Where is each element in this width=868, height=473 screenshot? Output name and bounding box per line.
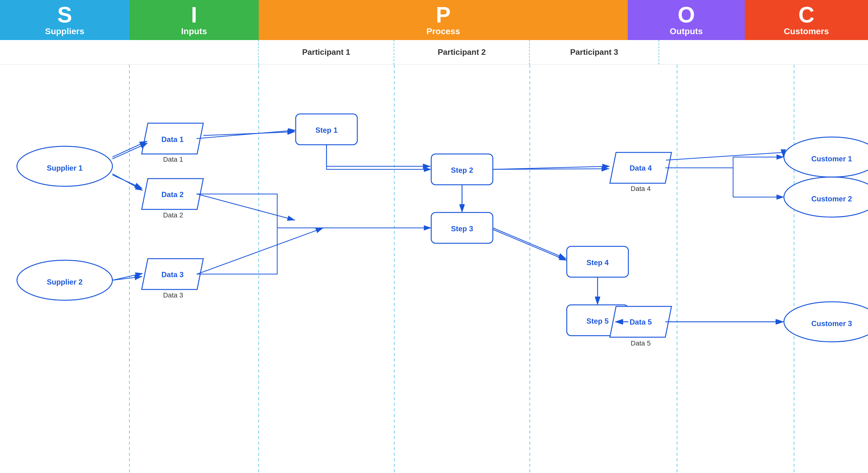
svg-rect-14 [431,154,493,185]
svg-line-33 [493,228,566,259]
header-s-letter: S [57,4,72,26]
data1-label: Data 1 [163,156,183,163]
svg-line-27 [197,194,295,220]
customer3-label: Customer 3 [811,319,852,328]
supplier1-label: Supplier 1 [47,164,83,172]
data1-shape: Data 1 [161,135,184,144]
step4-label: Step 4 [586,258,609,267]
svg-marker-11 [142,179,203,210]
header-customers: C Customers [745,0,868,40]
step3-label: Step 3 [451,224,473,233]
data4-label: Data 4 [631,185,651,192]
header-c-label: Customers [784,27,829,36]
svg-line-26 [203,132,295,135]
svg-line-54 [113,174,142,190]
svg-line-24 [113,175,142,188]
participant-spacer [0,40,259,64]
svg-rect-13 [296,114,357,145]
header-p-label: Process [427,27,460,36]
svg-rect-16 [567,246,628,277]
participant-rest [659,40,868,64]
header-o-label: Outputs [670,27,703,36]
svg-point-8 [17,146,113,186]
data4-shape: Data 4 [629,164,652,172]
step2-label: Step 2 [451,166,473,174]
header-outputs: O Outputs [628,0,745,40]
svg-marker-19 [610,306,672,337]
header-inputs: I Inputs [129,0,259,40]
data3-label: Data 3 [163,291,183,299]
participant-2: Participant 2 [394,40,530,64]
customer2-label: Customer 2 [811,195,852,203]
svg-rect-17 [567,305,628,336]
header-o-letter: O [678,4,695,26]
data2-shape: Data 2 [161,190,184,199]
data5-label: Data 5 [631,339,651,347]
svg-marker-12 [142,259,203,289]
header-s-label: Suppliers [45,27,84,36]
supplier2-label: Supplier 2 [47,278,83,286]
data2-label: Data 2 [163,211,183,219]
header-c-letter: C [798,4,814,26]
svg-line-44 [493,229,566,260]
svg-line-28 [197,228,323,274]
participant-1: Participant 1 [259,40,394,64]
header-suppliers: S Suppliers [0,0,129,40]
svg-point-20 [784,137,868,177]
header-i-label: Inputs [181,27,207,36]
svg-point-21 [784,177,868,217]
svg-line-23 [113,141,147,157]
diagram-container: S Suppliers I Inputs P Process O Outputs… [0,0,868,473]
participants-row: Participant 1 Participant 2 Participant … [0,40,868,65]
svg-line-41 [196,130,295,138]
header-p-letter: P [436,4,451,26]
svg-line-55 [113,274,142,280]
svg-line-32 [493,169,609,169]
step5-label: Step 5 [586,317,609,325]
svg-point-22 [784,302,868,342]
svg-line-43 [493,166,609,169]
svg-rect-15 [431,213,493,243]
svg-marker-18 [610,152,672,183]
svg-line-25 [113,277,142,280]
participant-3: Participant 3 [530,40,659,64]
svg-point-9 [17,260,113,300]
svg-marker-10 [142,123,203,154]
step1-label: Step 1 [315,126,338,134]
header-process: P Process [259,0,628,40]
svg-line-36 [666,152,783,160]
diagram-svg: Supplier 1 Supplier 2 Data 1 Data 1 Data… [0,65,868,473]
header-i-letter: I [191,4,197,26]
header-row: S Suppliers I Inputs P Process O Outputs… [0,0,868,40]
customer1-label: Customer 1 [811,155,852,163]
data5-shape: Data 5 [629,318,652,326]
svg-line-53 [113,143,147,159]
data3-shape: Data 3 [161,271,184,279]
content-area: Supplier 1 Supplier 2 Data 1 Data 1 Data… [0,65,868,473]
